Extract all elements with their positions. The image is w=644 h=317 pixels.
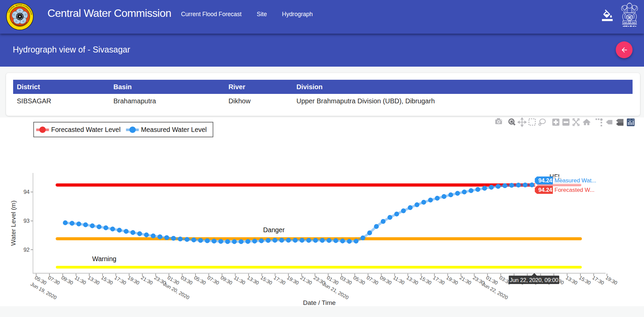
svg-text:Water Level (m): Water Level (m) bbox=[10, 201, 17, 246]
svg-text:94.24: 94.24 bbox=[538, 187, 552, 193]
svg-text:17:30: 17:30 bbox=[273, 275, 287, 286]
svg-text:17:30: 17:30 bbox=[432, 275, 446, 286]
svg-text:11:30: 11:30 bbox=[74, 275, 87, 286]
svg-text:15:30: 15:30 bbox=[259, 275, 273, 286]
svg-text:15:30: 15:30 bbox=[100, 275, 114, 286]
svg-text:94: 94 bbox=[24, 189, 30, 195]
svg-text:21:30: 21:30 bbox=[299, 275, 313, 286]
svg-text:05:30: 05:30 bbox=[193, 275, 207, 286]
svg-text:03:30: 03:30 bbox=[180, 275, 194, 286]
svg-text:19:30: 19:30 bbox=[127, 275, 141, 286]
svg-text:03:30: 03:30 bbox=[339, 275, 353, 286]
svg-text:17:30: 17:30 bbox=[113, 275, 127, 286]
svg-text:05:30: 05:30 bbox=[352, 275, 366, 286]
svg-text:Forecasted Water Level: Forecasted Water Level bbox=[51, 126, 120, 133]
svg-text:93: 93 bbox=[24, 218, 30, 224]
svg-text:19:30: 19:30 bbox=[445, 275, 459, 286]
svg-text:15:30: 15:30 bbox=[578, 275, 592, 286]
svg-text:92: 92 bbox=[24, 247, 30, 253]
svg-text:09:30: 09:30 bbox=[60, 275, 74, 286]
svg-text:19:30: 19:30 bbox=[286, 275, 300, 286]
svg-text:11:30: 11:30 bbox=[392, 275, 406, 286]
svg-text:11:30: 11:30 bbox=[233, 275, 246, 286]
svg-text:13:30: 13:30 bbox=[87, 275, 101, 286]
svg-text:Forecasted W...: Forecasted W... bbox=[554, 187, 595, 193]
svg-text:21:30: 21:30 bbox=[459, 275, 472, 286]
svg-text:19:30: 19:30 bbox=[605, 275, 618, 286]
svg-text:13:30: 13:30 bbox=[565, 275, 579, 286]
svg-text:13:30: 13:30 bbox=[405, 275, 419, 286]
svg-text:07:30: 07:30 bbox=[206, 275, 220, 286]
svg-text:Measured Water Level: Measured Water Level bbox=[141, 126, 207, 133]
svg-text:15:30: 15:30 bbox=[419, 275, 433, 286]
svg-text:09:30: 09:30 bbox=[379, 275, 393, 286]
svg-text:94.24: 94.24 bbox=[538, 177, 552, 183]
svg-text:Warning: Warning bbox=[92, 255, 116, 262]
svg-text:Date / Time: Date / Time bbox=[303, 299, 335, 306]
svg-text:07:30: 07:30 bbox=[366, 275, 380, 286]
svg-text:Jun 22, 2020, 09:00: Jun 22, 2020, 09:00 bbox=[510, 277, 559, 283]
svg-text:21:30: 21:30 bbox=[140, 275, 154, 286]
svg-text:07:30: 07:30 bbox=[47, 275, 61, 286]
svg-text:09:30: 09:30 bbox=[220, 275, 234, 286]
svg-text:Measured Wat...: Measured Wat... bbox=[554, 177, 596, 184]
svg-text:17:30: 17:30 bbox=[591, 275, 605, 286]
svg-text:13:30: 13:30 bbox=[246, 275, 260, 286]
svg-text:Danger: Danger bbox=[263, 226, 285, 234]
